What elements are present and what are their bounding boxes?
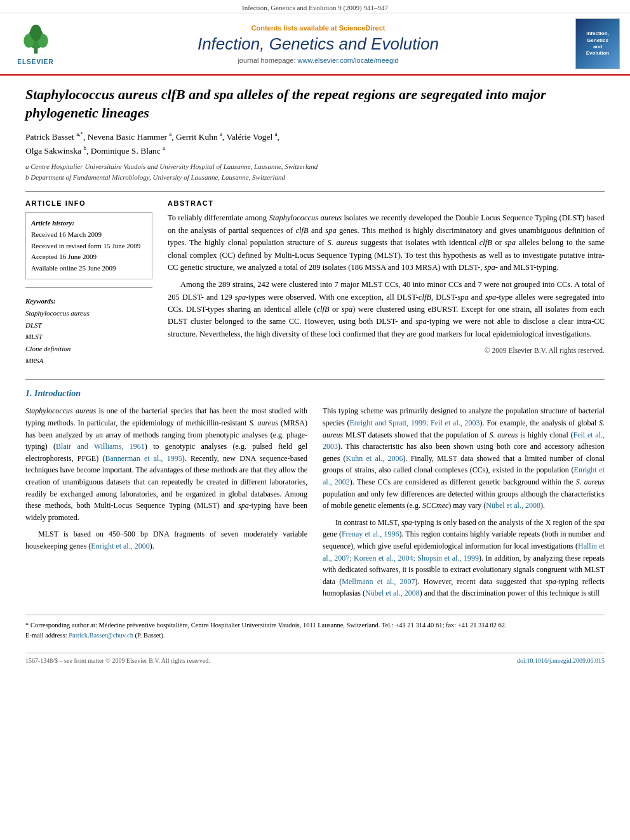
footer-bar: 1567-1348/$ – see front matter © 2009 El… — [25, 653, 605, 664]
introduction-right-col: This typing scheme was primarily designe… — [323, 405, 605, 604]
article-title: Staphylococcus aureus clfB and spa allel… — [25, 86, 605, 122]
title-spa: spa — [214, 86, 234, 102]
intro-p3: This typing scheme was primarily designe… — [323, 405, 605, 511]
homepage-url[interactable]: www.elsevier.com/locate/meegid — [298, 57, 399, 64]
journal-header: ELSEVIER Contents lists available at Sci… — [0, 13, 630, 76]
affiliation-a: a Centre Hospitalier Universitaire Vaudo… — [25, 161, 605, 172]
abstract-copyright: © 2009 Elsevier B.V. All rights reserved… — [168, 345, 605, 357]
accepted-date: Accepted 16 June 2009 — [31, 251, 147, 263]
footnote-area: * Corresponding author at: Médecine prév… — [25, 615, 605, 641]
affiliations: a Centre Hospitalier Universitaire Vaudo… — [25, 161, 605, 182]
keywords-label: Keywords: — [25, 295, 152, 307]
authors: Patrick Basset a,*, Nevena Basic Hammer … — [25, 130, 605, 157]
footnote-email: E-mail address: Patrick.Basset@chuv.ch (… — [25, 630, 605, 641]
article-info-column: ARTICLE INFO Article history: Received 1… — [25, 199, 152, 366]
introduction-left-col: Staphylococcus aureus is one of the bact… — [25, 405, 307, 604]
email-suffix: (P. Basset). — [135, 632, 165, 639]
article-history-box: Article history: Received 16 March 2009 … — [25, 212, 152, 279]
introduction-title: 1. Introduction — [25, 389, 605, 399]
article-info-heading: ARTICLE INFO — [25, 199, 152, 207]
email-label: E-mail address: — [25, 632, 67, 639]
keyword-5: MRSA — [25, 355, 152, 367]
footer-issn: 1567-1348/$ – see front matter © 2009 El… — [25, 657, 210, 664]
title-and: and — [189, 86, 214, 102]
keyword-2: DLST — [25, 319, 152, 331]
affiliation-b: b Department of Fundamental Microbiology… — [25, 172, 605, 183]
keyword-1: Staphylococcus aureus — [25, 307, 152, 319]
journal-cover: Infection, Genetics and Evolution — [575, 18, 620, 69]
intro-p4: In contrast to MLST, spa-typing is only … — [323, 517, 605, 599]
section-divider-1 — [25, 191, 605, 192]
abstract-heading: ABSTRACT — [168, 199, 605, 207]
sciencedirect-link[interactable]: ScienceDirect — [339, 24, 385, 32]
journal-main-title: Infection, Genetics and Evolution — [61, 34, 575, 54]
abstract-paragraph-2: Among the 289 strains, 242 were clustere… — [168, 279, 605, 340]
journal-citation: Infection, Genetics and Evolution 9 (200… — [242, 4, 388, 11]
abstract-paragraph-1: To reliably differentiate among Staphylo… — [168, 212, 605, 274]
revised-date: Received in revised form 15 June 2009 — [31, 241, 147, 252]
page-container: Infection, Genetics and Evolution 9 (200… — [0, 0, 630, 674]
available-date: Available online 25 June 2009 — [31, 263, 147, 274]
elsevier-logo: ELSEVIER — [10, 22, 61, 65]
abstract-text: To reliably differentiate among Staphylo… — [168, 212, 605, 357]
footer-doi[interactable]: doi:10.1016/j.meegid.2009.06.015 — [517, 657, 605, 664]
introduction-section: 1. Introduction Staphylococcus aureus is… — [25, 379, 605, 604]
email-address[interactable]: Patrick.Basset@chuv.ch — [69, 632, 133, 639]
article-info-abstract-section: ARTICLE INFO Article history: Received 1… — [25, 199, 605, 366]
elsevier-label: ELSEVIER — [17, 58, 53, 65]
journal-homepage: journal homepage: www.elsevier.com/locat… — [61, 57, 575, 64]
intro-p1: Staphylococcus aureus is one of the bact… — [25, 405, 307, 523]
svg-point-4 — [30, 25, 41, 41]
keyword-3: MLST — [25, 331, 152, 343]
elsevier-tree-icon — [18, 22, 53, 57]
title-italic-part1: Staphylococcus aureus clfB — [25, 86, 185, 102]
abstract-column: ABSTRACT To reliably differentiate among… — [168, 199, 605, 366]
intro-p2: MLST is based on 450–500 bp DNA fragment… — [25, 528, 307, 552]
sciencedirect-line: Contents lists available at ScienceDirec… — [61, 24, 575, 32]
keywords-box: Keywords: Staphylococcus aureus DLST MLS… — [25, 295, 152, 366]
main-content: Staphylococcus aureus clfB and spa allel… — [0, 76, 630, 674]
section-divider-keywords — [25, 287, 152, 288]
journal-title-center: Contents lists available at ScienceDirec… — [61, 24, 575, 64]
introduction-body: Staphylococcus aureus is one of the bact… — [25, 405, 605, 604]
footnote-star: * Corresponding author at: Médecine prév… — [25, 620, 605, 630]
top-header: Infection, Genetics and Evolution 9 (200… — [0, 0, 630, 13]
keyword-4: Clone definition — [25, 343, 152, 355]
received-date: Received 16 March 2009 — [31, 229, 147, 241]
history-label: Article history: — [31, 218, 147, 229]
